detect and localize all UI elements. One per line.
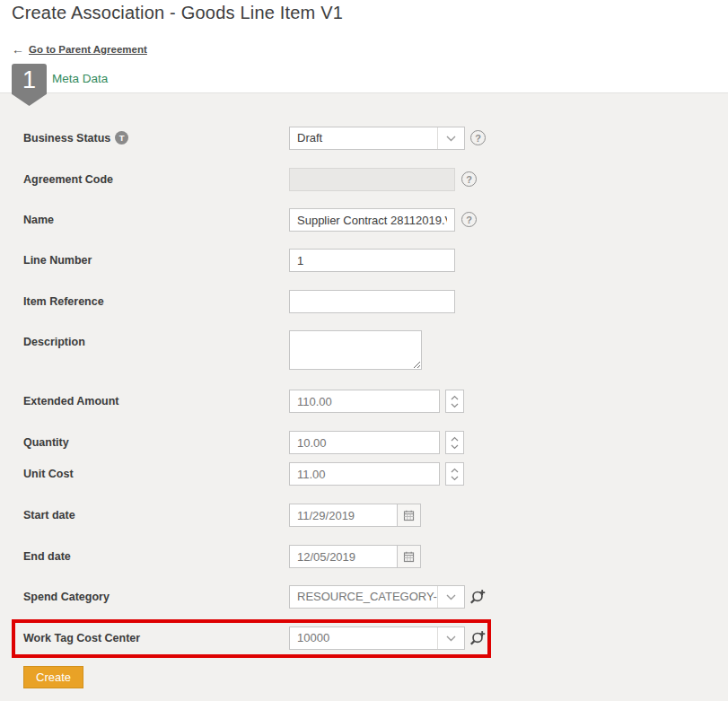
description-row: Description xyxy=(23,330,728,370)
work-tag-cost-center-dropdown[interactable]: 10000 xyxy=(289,627,465,650)
agreement-code-label: Agreement Code xyxy=(23,168,113,191)
item-reference-input[interactable] xyxy=(289,290,455,313)
calendar-icon xyxy=(403,551,415,563)
spinner-up-icon[interactable] xyxy=(451,467,459,473)
quantity-spinner[interactable] xyxy=(445,431,464,454)
extended-amount-label: Extended Amount xyxy=(23,390,118,413)
line-number-label: Line Number xyxy=(23,249,92,272)
spinner-up-icon[interactable] xyxy=(451,435,459,442)
line-number-row: Line Number xyxy=(23,249,728,272)
chevron-down-icon xyxy=(437,586,464,608)
agreement-code-row: Agreement Code ? xyxy=(23,168,728,191)
item-reference-label: Item Reference xyxy=(23,290,104,313)
start-date-label: Start date xyxy=(23,504,75,527)
agreement-code-help-icon[interactable]: ? xyxy=(461,171,477,187)
end-date-row: End date xyxy=(23,545,728,568)
spend-category-row: Spend Category RESOURCE_CATEGORY-1 xyxy=(23,585,728,609)
name-help-icon[interactable]: ? xyxy=(461,212,477,227)
spend-category-lookup-add-icon[interactable] xyxy=(469,589,486,605)
work-tag-cost-center-label: Work Tag Cost Center xyxy=(23,627,140,650)
create-button[interactable]: Create xyxy=(23,666,83,688)
end-date-label: End date xyxy=(23,545,71,568)
description-label: Description xyxy=(23,330,85,354)
work-tag-cost-center-lookup-add-icon[interactable] xyxy=(469,630,486,646)
extended-amount-row: Extended Amount xyxy=(23,390,728,413)
spinner-down-icon[interactable] xyxy=(451,475,459,481)
spend-category-value: RESOURCE_CATEGORY-1 xyxy=(290,586,437,608)
unit-cost-spinner[interactable] xyxy=(445,462,464,486)
unit-cost-input[interactable] xyxy=(289,462,440,486)
quantity-row: Quantity xyxy=(23,431,728,454)
extended-amount-input[interactable] xyxy=(289,390,440,413)
name-label: Name xyxy=(23,208,54,232)
end-date-input[interactable] xyxy=(289,545,398,568)
unit-cost-row: Unit Cost xyxy=(23,462,728,486)
business-status-row: Business StatusT Draft ? xyxy=(23,127,728,150)
tooltip-t-icon[interactable]: T xyxy=(115,131,128,145)
name-row: Name ? xyxy=(23,208,728,232)
back-link-label: Go to Parent Agreement xyxy=(29,44,147,55)
business-status-value: Draft xyxy=(290,127,437,149)
quantity-label: Quantity xyxy=(23,431,69,454)
spinner-down-icon[interactable] xyxy=(451,402,459,408)
extended-amount-spinner[interactable] xyxy=(445,390,464,413)
name-input[interactable] xyxy=(289,208,455,232)
spend-category-label: Spend Category xyxy=(23,585,110,609)
unit-cost-label: Unit Cost xyxy=(23,462,74,486)
page-title: Create Association - Goods Line Item V1 xyxy=(12,3,343,23)
start-date-input[interactable] xyxy=(289,504,398,527)
spinner-up-icon[interactable] xyxy=(451,394,459,400)
spend-category-dropdown[interactable]: RESOURCE_CATEGORY-1 xyxy=(289,585,465,609)
step-label-meta-data: Meta Data xyxy=(52,72,108,85)
item-reference-row: Item Reference xyxy=(23,290,728,313)
work-tag-cost-center-value: 10000 xyxy=(290,627,437,649)
step-number: 1 xyxy=(22,64,36,106)
go-to-parent-agreement-link[interactable]: ← Go to Parent Agreement xyxy=(12,42,147,57)
back-arrow-icon: ← xyxy=(12,42,24,57)
end-date-calendar-button[interactable] xyxy=(397,545,421,568)
chevron-down-icon xyxy=(437,627,464,649)
business-status-label: Business StatusT xyxy=(23,127,128,150)
agreement-code-input xyxy=(289,168,455,191)
start-date-row: Start date xyxy=(23,504,728,527)
line-number-input[interactable] xyxy=(289,249,455,272)
work-tag-cost-center-row: Work Tag Cost Center 10000 xyxy=(23,627,728,650)
description-textarea[interactable] xyxy=(289,330,422,370)
spinner-down-icon[interactable] xyxy=(451,443,459,450)
business-status-dropdown[interactable]: Draft xyxy=(289,127,465,150)
business-status-help-icon[interactable]: ? xyxy=(470,130,486,145)
calendar-icon xyxy=(403,510,415,521)
quantity-input[interactable] xyxy=(289,431,440,454)
start-date-calendar-button[interactable] xyxy=(397,504,421,527)
chevron-down-icon xyxy=(437,127,464,149)
create-association-page: Create Association - Goods Line Item V1 … xyxy=(0,0,728,701)
